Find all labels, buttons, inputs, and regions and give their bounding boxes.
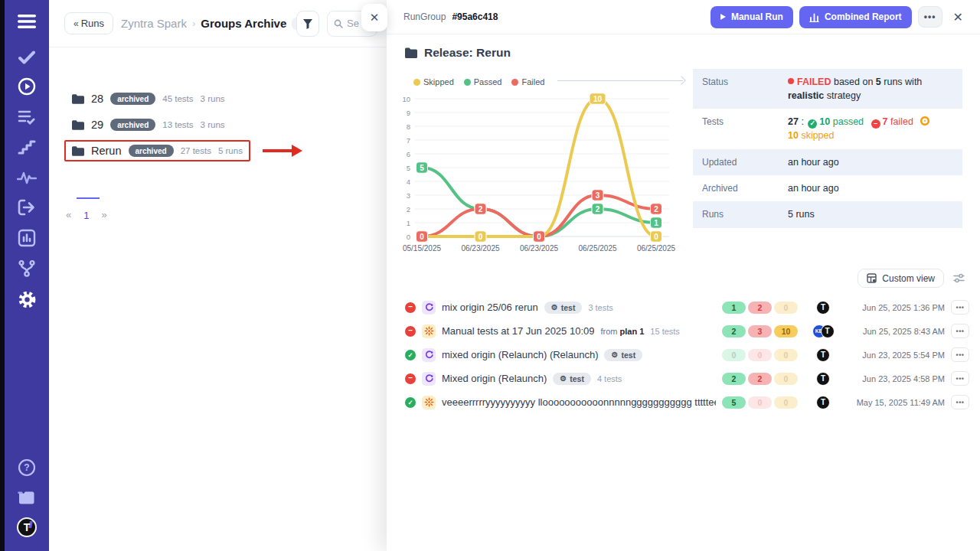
drawer-more-button[interactable]: ••• — [918, 6, 942, 28]
skipped-pill: 0 — [774, 302, 798, 314]
run-title: mix origin 25/06 rerun — [442, 302, 538, 313]
close-search-button[interactable]: ✕ — [361, 4, 387, 31]
avatar: T — [816, 372, 830, 386]
folder-icon — [72, 146, 84, 156]
page-prev-button[interactable]: « — [66, 209, 71, 220]
gear-icon: ⚙ — [551, 303, 558, 311]
run-title: mixed origin (Relaunch) (Relaunch) — [442, 349, 598, 360]
run-avatars: T — [805, 372, 841, 386]
failed-pill: 0 — [748, 396, 772, 409]
adjustments-icon[interactable] — [953, 273, 965, 283]
play-circle-icon[interactable] — [5, 77, 49, 96]
run-row[interactable]: Mixed origin (Relaunch) ⚙test 4 tests 2 … — [405, 367, 969, 390]
status-dot-icon — [788, 78, 794, 84]
gear-icon[interactable] — [5, 289, 49, 309]
passed-pill: 5 — [722, 396, 746, 409]
group-runs-count: 3 runs — [201, 120, 225, 129]
breadcrumb: Zyntra Spark › Groups Archive 3 — [121, 17, 289, 30]
group-row[interactable]: 28 archived 45 tests 3 runs — [64, 86, 371, 112]
svg-text:10: 10 — [402, 95, 410, 103]
run-type-icon — [422, 301, 436, 315]
steps-icon[interactable] — [5, 137, 49, 157]
runs-list: mix origin 25/06 rerun ⚙test 3 tests 1 2… — [405, 295, 969, 414]
group-list: 28 archived 45 tests 3 runs 29 archived … — [49, 47, 387, 164]
skipped-pill: 0 — [774, 396, 798, 409]
run-tag-badge: ⚙test — [553, 373, 591, 385]
runs-trend-chart: SkippedPassedFailed 01234567891005/15/20… — [390, 73, 691, 264]
drawer-close-button[interactable]: ✕ — [953, 10, 963, 24]
legend-item[interactable]: Passed — [464, 77, 502, 86]
run-avatars: KBT — [805, 324, 841, 338]
run-status-icon — [405, 373, 416, 384]
group-runs-count: 3 runs — [201, 94, 225, 103]
detail-row-archived: Archived an hour ago — [693, 175, 962, 201]
help-icon[interactable]: ? — [5, 458, 49, 478]
folder-icon — [72, 120, 84, 130]
avatar: T — [816, 348, 830, 362]
run-menu-button[interactable]: ••• — [951, 347, 969, 362]
run-title: veeeerrrrryyyyyyyyyy llooooooooooonnnnng… — [442, 396, 716, 408]
run-row[interactable]: mixed origin (Relaunch) (Relaunch) ⚙test… — [405, 343, 969, 367]
run-result-pills: 5 0 0 — [722, 396, 799, 409]
group-row[interactable]: 29 archived 13 tests 3 runs — [64, 112, 371, 138]
pagination: « 1 » — [49, 164, 387, 221]
gear-icon: ⚙ — [560, 374, 567, 383]
folder-icon — [405, 47, 417, 58]
detail-row-runs: Runs 5 runs — [693, 201, 962, 227]
group-tests-count: 13 tests — [162, 120, 193, 129]
import-icon[interactable] — [5, 197, 49, 217]
run-tests-count: 15 tests — [650, 327, 680, 336]
legend-item[interactable]: Failed — [511, 77, 544, 86]
run-row[interactable]: mix origin 25/06 rerun ⚙test 3 tests 1 2… — [405, 295, 969, 319]
run-type-icon — [422, 348, 436, 362]
run-status-icon — [405, 326, 416, 337]
archived-badge: archived — [129, 145, 174, 157]
page-next-button[interactable]: » — [101, 209, 106, 220]
run-result-pills: 1 2 0 — [722, 302, 799, 314]
failed-pill: 2 — [748, 373, 772, 385]
skipped-pill: 0 — [774, 373, 798, 385]
groups-panel: « Runs Zyntra Spark › Groups Archive 3 S… — [49, 0, 387, 551]
legend-item[interactable]: Skipped — [413, 77, 454, 86]
run-menu-button[interactable]: ••• — [951, 300, 969, 315]
run-type-icon — [422, 372, 436, 386]
breadcrumb-parent[interactable]: Zyntra Spark — [121, 17, 187, 30]
run-result-pills: 0 0 0 — [722, 349, 799, 361]
avatar: T — [816, 396, 830, 409]
group-row[interactable]: Rerun archived 27 tests 5 runs — [64, 138, 371, 164]
run-row[interactable]: veeeerrrrryyyyyyyyyy llooooooooooonnnnng… — [405, 390, 969, 414]
branch-icon[interactable] — [5, 259, 49, 279]
manual-run-button[interactable]: Manual Run — [710, 6, 793, 28]
run-menu-button[interactable]: ••• — [951, 371, 969, 386]
group-runs-count: 5 runs — [218, 146, 243, 155]
bar-chart-icon[interactable] — [5, 228, 49, 248]
filter-button[interactable] — [296, 11, 319, 37]
custom-view-button[interactable]: Custom view — [858, 269, 944, 288]
svg-text:05/15/2025: 05/15/2025 — [403, 244, 441, 253]
run-menu-button[interactable]: ••• — [951, 324, 969, 338]
run-status-icon — [405, 397, 416, 408]
menu-icon[interactable] — [5, 11, 49, 31]
run-tests-count: 4 tests — [597, 374, 622, 383]
breadcrumb-current: Groups Archive — [201, 17, 286, 30]
run-title: Mixed origin (Relaunch) — [442, 373, 547, 384]
activity-icon[interactable] — [5, 168, 49, 187]
run-row[interactable]: Manual tests at 17 Jun 2025 10:09 from p… — [405, 319, 969, 343]
run-tests-count: 3 tests — [588, 303, 612, 312]
groups-panel-header: « Runs Zyntra Spark › Groups Archive 3 S… — [49, 0, 387, 47]
run-type-icon — [422, 396, 436, 409]
check-icon[interactable] — [5, 47, 49, 67]
list-check-icon[interactable] — [5, 107, 49, 127]
page-number-active[interactable]: 1 — [83, 208, 89, 221]
skipped-icon — [920, 116, 929, 126]
run-date: Jun 23, 2025 4:58 PM — [847, 374, 945, 383]
run-menu-button[interactable]: ••• — [951, 395, 969, 409]
double-chevron-left-icon: « — [74, 18, 77, 29]
user-avatar[interactable]: T — [5, 517, 49, 537]
run-tag-badge: ⚙test — [604, 349, 642, 361]
back-to-runs-button[interactable]: « Runs — [64, 12, 113, 34]
folder-icon[interactable] — [5, 487, 49, 507]
combined-report-button[interactable]: Combined Report — [799, 6, 912, 28]
legend-dot-icon — [511, 79, 518, 86]
group-name: 29 — [91, 119, 103, 131]
